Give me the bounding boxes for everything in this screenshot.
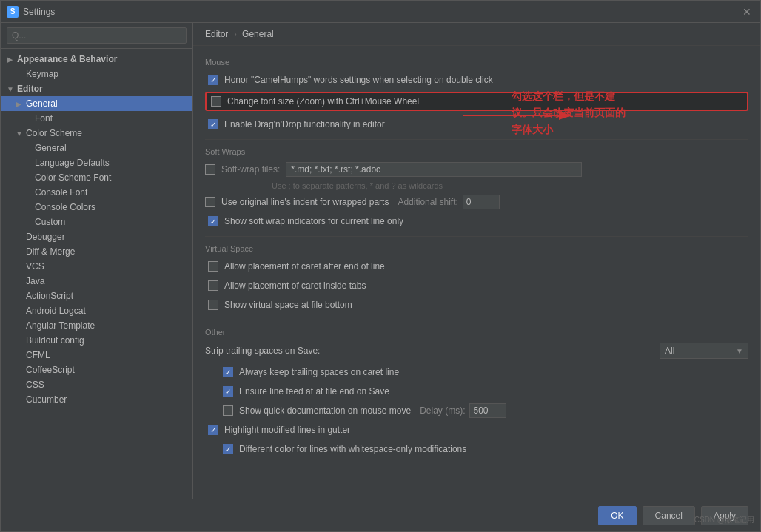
tree-label-angular-template: Angular Template [26,320,95,331]
tree-item-coffeescript[interactable]: CoffeeScript [1,363,192,377]
tree-label-editor: Editor [17,84,43,94]
tree-arrow-color-scheme: ▼ [16,129,23,138]
softwrap-checkbox[interactable] [205,164,215,175]
divider-3 [205,320,748,320]
tree-item-color-scheme[interactable]: ▼Color Scheme [1,126,192,141]
dropdown-arrow-icon: ▼ [736,347,743,355]
tree-label-console-font: Console Font [35,187,87,198]
additional-shift-input[interactable] [463,195,500,209]
additional-shift-label: Additional shift: [398,197,457,207]
app-icon: S [7,6,19,18]
tree-item-diff-merge[interactable]: Diff & Merge [1,244,192,259]
tree-arrow-appearance: ▶ [7,55,14,64]
tree-item-css[interactable]: CSS [1,377,192,392]
delay-input[interactable] [469,403,506,418]
tree-item-console-font[interactable]: Console Font [1,185,192,200]
tree-item-vcs[interactable]: VCS [1,259,192,274]
tree-label-vcs: VCS [26,261,44,272]
settings-window: S Settings ✕ ▶Appearance & BehaviorKeyma… [0,0,761,532]
caret-inside-tabs-checkbox[interactable] [208,280,218,291]
dragdrop-label: Enable Drag'n'Drop functionality in edit… [224,119,385,129]
softwrap-indicator-checkbox[interactable] [208,216,218,226]
quick-docs-checkbox[interactable] [223,405,233,416]
ok-button[interactable]: OK [598,506,636,525]
annotation-line1: 勾选这个栏，但是不建 [512,90,615,102]
tree-label-cucumber: Cucumber [26,394,67,405]
line-feed-label: Ensure line feed at at file end on Save [239,386,389,397]
tree-item-color-scheme-font[interactable]: Color Scheme Font [1,170,192,185]
close-button[interactable]: ✕ [740,4,754,19]
line-feed-checkbox[interactable] [223,386,233,397]
search-input[interactable] [7,27,187,44]
fontsize-option: Change font size (Zoom) with Ctrl+Mouse … [205,92,748,111]
tree-item-debugger[interactable]: Debugger [1,229,192,244]
keep-trailing-checkbox[interactable] [223,367,233,377]
quick-docs-label: Show quick documentation on mouse move [239,405,411,416]
tree-label-general: General [26,98,58,109]
mouse-section-title: Mouse [205,58,748,67]
tree-item-custom[interactable]: Custom [1,215,192,229]
tree-item-actionscript[interactable]: ActionScript [1,289,192,303]
tree-label-appearance: Appearance & Behavior [17,54,117,64]
dragdrop-checkbox[interactable] [208,119,218,129]
tree-item-font[interactable]: Font [1,111,192,126]
quick-docs-option: Show quick documentation on mouse move D… [205,403,748,418]
title-bar: S Settings ✕ [1,1,760,23]
tree-item-angular-template[interactable]: Angular Template [1,318,192,333]
divider-1 [205,139,748,140]
softwrap-input[interactable] [286,162,582,177]
tree-item-language-defaults[interactable]: Language Defaults [1,155,192,170]
virtual-bottom-checkbox[interactable] [208,300,218,310]
tree-item-android-logcat[interactable]: Android Logcat [1,303,192,318]
other-section-title: Other [205,328,748,337]
tree-item-buildout-config[interactable]: Buildout config [1,333,192,348]
softwraps-section-title: Soft Wraps [205,147,748,156]
tree-item-cs-general[interactable]: General [1,141,192,155]
watermark: CSDN @做笔记用 [694,515,754,525]
tree-item-appearance[interactable]: ▶Appearance & Behavior [1,52,192,67]
original-indent-option: Use original line's indent for wrapped p… [205,195,748,209]
cancel-button[interactable]: Cancel [643,506,695,525]
caret-after-end-checkbox[interactable] [208,261,218,272]
bottom-bar: OK Cancel Apply [1,499,760,531]
fontsize-checkbox[interactable] [211,96,221,107]
softwrap-hint: Use ; to separate patterns, * and ? as w… [272,181,748,190]
tree-label-color-scheme: Color Scheme [26,128,82,138]
search-box [1,23,192,49]
strip-trailing-row: Strip trailing spaces on Save: All ▼ [205,343,748,359]
strip-dropdown[interactable]: All ▼ [660,343,748,359]
settings-tree: ▶Appearance & BehaviorKeymap▼Editor▶Gene… [1,49,192,499]
original-indent-checkbox[interactable] [205,197,215,207]
different-color-checkbox[interactable] [223,444,233,454]
tree-item-cfml[interactable]: CFML [1,348,192,363]
tree-label-keymap: Keymap [26,69,58,79]
virtual-bottom-label: Show virtual space at file bottom [224,300,352,310]
highlight-modified-checkbox[interactable] [208,425,218,435]
tree-item-general[interactable]: ▶General [1,96,192,111]
camelhumps-checkbox[interactable] [208,75,218,85]
virtual-bottom-option: Show virtual space at file bottom [205,297,748,312]
caret-after-end-option: Allow placement of caret after end of li… [205,259,748,274]
annotation-line2: 议。只会改变当前页面的 [512,107,626,118]
tree-label-actionscript: ActionScript [26,291,73,301]
fontsize-label: Change font size (Zoom) with Ctrl+Mouse … [227,96,419,107]
tree-arrow-general: ▶ [16,100,23,108]
keep-trailing-option: Always keep trailing spaces on caret lin… [205,365,748,380]
settings-content: Mouse Honor "CamelHumps" words settings … [193,46,760,499]
highlight-modified-label: Highlight modified lines in gutter [224,425,350,435]
tree-item-console-colors[interactable]: Console Colors [1,200,192,215]
tree-label-debugger: Debugger [26,232,65,242]
tree-item-java[interactable]: Java [1,274,192,289]
tree-label-css: CSS [26,380,44,390]
tree-label-cs-general: General [35,143,67,153]
tree-label-buildout-config: Buildout config [26,335,84,346]
breadcrumb: Editor › General [193,23,760,46]
softwrap-label: Soft-wrap files: [221,164,280,175]
softwrap-files-row: Soft-wrap files: [205,162,748,177]
tree-item-editor[interactable]: ▼Editor [1,81,192,96]
tree-label-cfml: CFML [26,350,50,360]
tree-item-cucumber[interactable]: Cucumber [1,392,192,407]
tree-item-keymap[interactable]: Keymap [1,67,192,81]
strip-label: Strip trailing spaces on Save: [205,346,320,356]
line-feed-option: Ensure line feed at at file end on Save [205,384,748,399]
